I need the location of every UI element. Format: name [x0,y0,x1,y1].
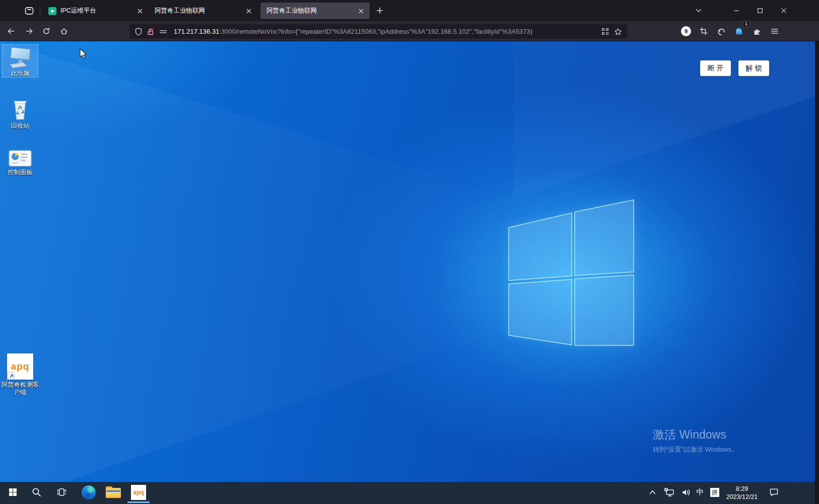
tab-title: IPC运维平台 [60,7,132,15]
qr-code-icon[interactable] [601,28,609,35]
task-view-icon[interactable] [53,482,70,502]
ball-badge: 9 [681,26,691,36]
ime-language-indicator[interactable]: 中 [694,482,706,502]
tray-chevron-up-icon[interactable] [646,482,658,502]
maximize-icon[interactable] [752,3,768,19]
desktop-icon-control-panel[interactable]: 控制面板 [2,148,38,176]
ghost-extension-icon[interactable]: 1 [731,24,746,39]
network-icon[interactable] [662,482,676,502]
play-favicon-icon [48,7,56,15]
insecure-lock-icon[interactable] [147,28,155,36]
url-input[interactable]: 171.217.136.31:3000/remoteNoVnc?info={"r… [174,28,532,35]
tab-apq-iot-1[interactable]: 阿普奇工业物联网 [149,3,257,19]
shortcut-arrow-icon [8,372,15,379]
tab-title: 阿普奇工业物联网 [266,7,354,15]
url-bar[interactable]: 171.217.136.31:3000/remoteNoVnc?info={"r… [129,24,627,39]
start-button-icon[interactable] [5,482,21,502]
activation-watermark: 激活 Windows 转到“设置”以激活 Windows。 [653,427,738,454]
clock-time: 8:29 [723,485,761,493]
vnc-canvas[interactable]: 断开 解锁 此电脑 回收站 [0,41,815,504]
new-tab-icon[interactable] [373,4,387,18]
screenshot-crop-icon[interactable] [696,24,711,39]
close-window-icon[interactable] [776,3,792,19]
permissions-icon[interactable] [159,28,168,36]
control-panel-icon [9,150,32,167]
this-pc-icon [9,46,32,68]
scrollbar[interactable] [815,41,819,504]
recycle-bin-icon [10,98,30,121]
tab-close-icon[interactable] [243,6,254,17]
apq-taskbar-icon[interactable]: apq [130,482,147,502]
apq-logo-text: apq [11,361,30,372]
tab-bar: IPC运维平台 阿普奇工业物联网 阿普奇工业物联网 [0,0,819,21]
navigation-toolbar: 171.217.136.31:3000/remoteNoVnc?info={"r… [0,21,819,41]
apq-client-icon: apq [7,353,33,380]
forward-icon[interactable] [22,24,37,39]
ghost-badge: 1 [742,21,750,27]
home-icon[interactable] [56,24,72,39]
disconnect-button[interactable]: 断开 [700,60,731,76]
extension-ball-icon[interactable]: 9 [678,24,694,39]
back-icon[interactable] [4,24,19,39]
search-icon[interactable] [28,482,44,502]
tracking-shield-icon[interactable] [134,28,143,36]
bookmark-star-icon[interactable] [614,28,622,36]
watermark-subtitle: 转到“设置”以激活 Windows。 [653,445,738,454]
mouse-cursor [80,48,90,59]
tab-apq-iot-2-active[interactable]: 阿普奇工业物联网 [260,3,370,19]
desktop-icon-this-pc[interactable]: 此电脑 [2,44,38,78]
action-center-icon[interactable] [766,482,782,502]
minimize-icon[interactable] [728,3,744,19]
tab-close-icon[interactable] [134,6,146,17]
undo-arrow-icon[interactable] [714,24,729,39]
url-path: :3000/remoteNoVnc?info={"repeaterID"%3A8… [219,28,532,35]
icon-label: 阿普奇检测客户端 [2,381,39,396]
desktop-icon-recycle-bin[interactable]: 回收站 [2,96,38,130]
taskbar: apq 中 [0,482,815,504]
edge-browser-icon[interactable] [81,482,97,502]
icon-label: 控制面板 [8,169,33,176]
divider [40,6,40,16]
file-explorer-icon[interactable] [105,482,122,502]
icon-label: 此电脑 [11,70,30,78]
tab-title: 阿普奇工业物联网 [155,7,241,15]
tab-close-icon[interactable] [356,6,367,17]
unlock-button[interactable]: 解锁 [738,60,769,76]
firefox-view-icon[interactable] [22,4,36,17]
windows-logo [508,198,635,347]
reload-icon[interactable] [39,24,54,39]
tab-ipc-platform[interactable]: IPC运维平台 [42,3,149,19]
volume-icon[interactable] [679,482,693,502]
active-app-indicator [127,501,150,503]
icon-label: 回收站 [11,122,30,130]
tab-list-chevron-icon[interactable] [691,3,707,19]
taskbar-clock[interactable]: 8:29 2023/12/21 [723,482,761,504]
clock-date: 2023/12/21 [723,493,761,501]
menu-hamburger-icon[interactable] [767,24,782,39]
desktop-icon-apq-client[interactable]: apq 阿普奇检测客户端 [1,351,39,396]
watermark-title: 激活 Windows [653,427,738,443]
url-host: 171.217.136.31 [174,28,219,35]
extensions-puzzle-icon[interactable] [749,24,765,39]
ime-mode-indicator[interactable]: 拼 [708,482,721,502]
